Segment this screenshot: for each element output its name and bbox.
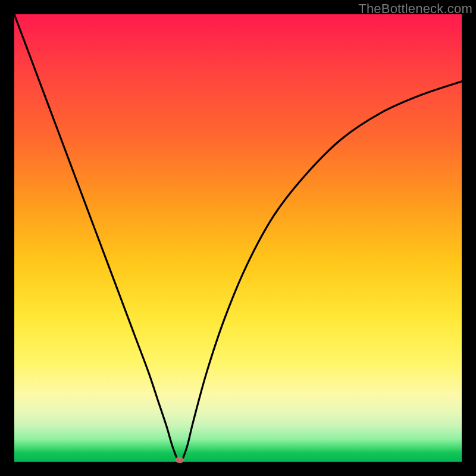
optimal-point-marker bbox=[176, 457, 184, 463]
chart-curve-svg bbox=[14, 14, 462, 462]
chart-frame bbox=[14, 14, 462, 462]
bottleneck-curve-path bbox=[14, 14, 462, 462]
